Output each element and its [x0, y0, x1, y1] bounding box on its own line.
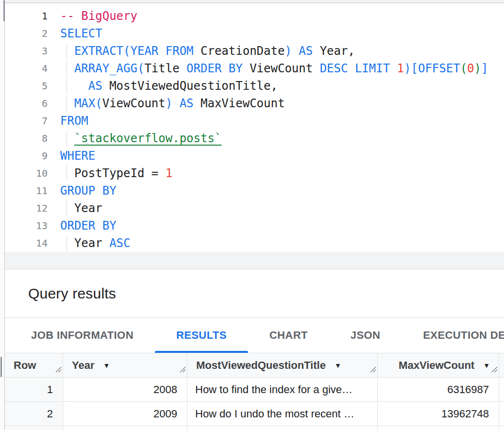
line-number: 7 [5, 112, 57, 130]
sort-arrow-icon[interactable]: ▼ [103, 362, 110, 369]
code-token-txt [60, 62, 74, 75]
editor-bottom-gap [5, 252, 504, 269]
table-scrollbar-thumb[interactable] [0, 357, 2, 377]
column-resize-handle[interactable] [370, 363, 376, 376]
code-token-kw: ASC [109, 236, 130, 250]
sort-arrow-icon[interactable]: ▼ [483, 362, 490, 369]
code-token-kw: ) AS [166, 97, 201, 110]
code-token-txt [60, 97, 74, 110]
tab-json[interactable]: JSON [329, 318, 402, 353]
table-cell-year: 2009 [63, 402, 187, 426]
indent-guide [67, 131, 67, 146]
column-resize-handle[interactable] [491, 363, 498, 376]
code-token-num: 1 [166, 166, 172, 180]
table-cell-year [63, 426, 187, 430]
code-line[interactable]: 5 AS MostViewedQuestionTitle, [5, 77, 504, 95]
table-cell-mostviewedquestiontitle: How to find the index for a give… [187, 378, 378, 401]
line-number: 8 [5, 130, 57, 147]
line-number: 13 [5, 217, 57, 234]
tab-chart[interactable]: CHART [248, 318, 329, 353]
column-header-year[interactable]: Year▼ [63, 353, 187, 377]
table-row: 22009How do I undo the most recent …1396… [5, 402, 504, 426]
column-header-maxviewcount[interactable]: MaxViewCount▼ [378, 353, 499, 377]
table-cell-maxviewcount [378, 426, 499, 430]
code-line[interactable]: 1-- BigQuery [5, 7, 504, 25]
table-reference-link[interactable]: `stackoverflow.posts` [74, 132, 221, 145]
code-line[interactable]: 7FROM [5, 112, 504, 130]
code-token-txt: ViewCount [250, 62, 320, 75]
code-token-kw: )[OFFSET [404, 62, 460, 75]
tab-execution-details[interactable]: EXECUTION DETAILS [402, 318, 504, 353]
code-text: SELECT [57, 25, 504, 42]
column-resize-handle[interactable] [180, 363, 186, 376]
code-text: Year ASC [57, 234, 504, 252]
code-line[interactable]: 2SELECT [5, 25, 504, 42]
line-number: 9 [5, 147, 57, 165]
code-text: Year [57, 199, 504, 217]
column-resize-handle-icon [491, 366, 498, 373]
tab-job-information[interactable]: JOB INFORMATION [10, 318, 155, 353]
code-token-txt: Year, [320, 44, 355, 58]
code-text: FROM [57, 112, 504, 130]
table-cell-maxviewcount: 6316987 [378, 378, 499, 401]
line-number: 3 [5, 42, 57, 60]
code-token-kw: ORDER BY [186, 62, 250, 75]
code-line[interactable]: 9WHERE [5, 147, 504, 165]
code-token-kw: WHERE [60, 149, 95, 163]
indent-guide [67, 96, 67, 111]
code-line[interactable]: 10 PostTypeId = 1 [5, 165, 504, 182]
column-resize-handle-icon [55, 366, 62, 373]
bigquery-panel: 1-- BigQuery2SELECT3 EXTRACT(YEAR FROM C… [5, 0, 504, 430]
code-line[interactable]: 14 Year ASC [5, 234, 504, 252]
code-line[interactable]: 12 Year [5, 199, 504, 217]
code-token-kw: EXTRACT(YEAR FROM [74, 44, 201, 58]
line-number: 4 [5, 60, 57, 77]
table-cell-mostviewedquestiontitle: How do I undo the most recent … [187, 402, 378, 426]
code-line[interactable]: 6 MAX(ViewCount) AS MaxViewCount [5, 95, 504, 112]
code-token-kw: DESC LIMIT [320, 62, 397, 75]
line-number: 1 [5, 7, 57, 25]
indent-guide [67, 78, 67, 94]
query-results-header: Query results [5, 269, 504, 318]
code-token-kw: FROM [60, 114, 88, 128]
line-number: 5 [5, 77, 57, 95]
column-header-blank[interactable] [499, 353, 504, 377]
results-table: RowYear▼MostViewedQuestionTitle▼MaxViewC… [5, 353, 504, 430]
line-number: 2 [5, 25, 57, 42]
editor-scrollbar-thumb[interactable] [3, 0, 5, 21]
column-header-label: MostViewedQuestionTitle [196, 359, 326, 372]
sort-arrow-icon[interactable]: ▼ [335, 362, 341, 369]
tab-results[interactable]: RESULTS [155, 318, 248, 353]
results-tab-bar: JOB INFORMATIONRESULTSCHARTJSONEXECUTION… [5, 318, 504, 353]
code-token-txt: MostViewedQuestionTitle, [109, 79, 278, 93]
code-line[interactable]: 13ORDER BY [5, 217, 504, 234]
left-rail [0, 0, 5, 430]
column-header-label: Row [14, 359, 36, 372]
code-text: WHERE [57, 147, 504, 165]
code-token-kw: ARRAY_AGG( [74, 62, 145, 75]
code-text: PostTypeId = 1 [57, 165, 504, 182]
code-line[interactable]: 3 EXTRACT(YEAR FROM CreationDate) AS Yea… [5, 42, 504, 60]
code-line[interactable]: 11GROUP BY [5, 182, 504, 199]
code-text: EXTRACT(YEAR FROM CreationDate) AS Year, [57, 42, 504, 60]
code-token-kw: GROUP BY [60, 184, 117, 198]
indent-guide [67, 165, 67, 181]
code-line[interactable]: 4 ARRAY_AGG(Title ORDER BY ViewCount DES… [5, 60, 504, 77]
indent-guide [67, 235, 67, 251]
code-text: ARRAY_AGG(Title ORDER BY ViewCount DESC … [57, 60, 504, 77]
indent-guide [67, 200, 67, 216]
code-text: GROUP BY [57, 182, 504, 199]
line-number: 12 [5, 199, 57, 217]
column-resize-handle[interactable] [55, 363, 62, 376]
code-token-num: 1 [397, 62, 404, 75]
line-number: 10 [5, 165, 57, 182]
code-token-kw: ) AS [285, 44, 319, 58]
sql-editor[interactable]: 1-- BigQuery2SELECT3 EXTRACT(YEAR FROM C… [5, 3, 504, 252]
code-token-kw: ] [481, 62, 488, 75]
line-number: 14 [5, 234, 57, 252]
code-token-txt: PostTypeId = [60, 166, 166, 180]
column-header-mostviewedquestiontitle[interactable]: MostViewedQuestionTitle▼ [187, 353, 378, 377]
column-header-row[interactable]: Row [5, 353, 63, 377]
code-line[interactable]: 8 `stackoverflow.posts` [5, 130, 504, 147]
column-resize-handle-icon [370, 366, 376, 373]
